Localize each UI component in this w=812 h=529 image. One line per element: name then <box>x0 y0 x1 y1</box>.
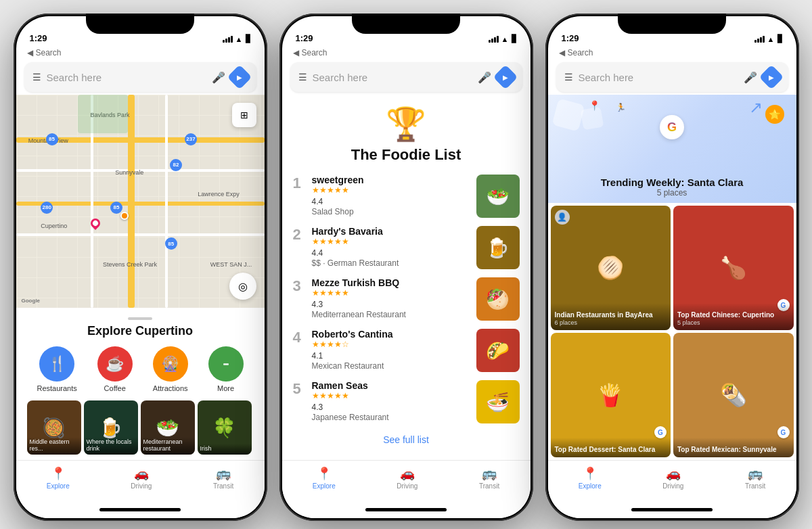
card-indian[interactable]: 🫓 👤 Indian Restaurants in BayArea 6 plac… <box>551 206 671 330</box>
directions-icon[interactable] <box>227 65 252 90</box>
notch <box>86 14 194 34</box>
search-input[interactable]: Search here <box>579 72 738 83</box>
park-area <box>78 95 127 133</box>
search-bar[interactable]: ☰ Search here 🎤 <box>290 62 522 92</box>
restaurants-icon: 🍴 <box>39 346 74 382</box>
search-bar[interactable]: ☰ Search here 🎤 <box>24 62 256 92</box>
food-img-1: 🥗 <box>476 175 520 218</box>
nav-explore[interactable]: 📍 Explore <box>313 466 336 490</box>
map-area[interactable]: Bavlands Park Mountain View Sunnyvale Cu… <box>16 95 265 308</box>
photo-label-2: Where the locals drink <box>84 437 138 455</box>
directions-icon[interactable] <box>493 65 518 90</box>
phone-trending: 1:29 ▲ ▊ ◀ Search ☰ Search here 🎤 <box>545 14 799 521</box>
card-chinese[interactable]: 🍗 G Top Rated Chinese: Cupertino 5 place… <box>673 206 794 330</box>
photo-middle-eastern[interactable]: 🥘 Middle eastern res... <box>27 400 81 455</box>
battery-icon: ▊ <box>246 34 251 43</box>
nav-transit-label: Transit <box>213 482 233 490</box>
transit-nav-icon: 🚌 <box>748 466 763 481</box>
food-img-4: 🌮 <box>476 329 520 372</box>
back-nav[interactable]: ◀ Search <box>548 46 796 60</box>
trending-hero-text: Trending Weekly: Santa Clara 5 places <box>601 177 744 198</box>
category-restaurants[interactable]: 🍴 Restaurants <box>37 346 76 392</box>
photo-label-1: Middle eastern res... <box>27 437 81 455</box>
nav-transit[interactable]: 🚌 Transit <box>479 466 499 490</box>
explore-categories: 🍴 Restaurants ☕ Coffee 🎡 Attractions •••… <box>27 346 254 392</box>
nav-driving[interactable]: 🚗 Driving <box>662 466 683 490</box>
food-info-5: Ramen Seas ★★★★★ 4.3 Japanese Restaurant <box>312 380 471 422</box>
nav-driving[interactable]: 🚗 Driving <box>397 466 418 490</box>
map-background: Bavlands Park Mountain View Sunnyvale Cu… <box>16 95 265 308</box>
photo-mediterranean[interactable]: 🥗 Mediterranean restaurant <box>141 400 195 455</box>
avatar-icon: 👤 <box>555 210 570 225</box>
list-item[interactable]: 1 sweetgreen ★★★★★ 4.4 Salad Shop 🥗 <box>293 175 520 218</box>
search-input[interactable]: Search here <box>313 72 472 83</box>
mic-icon: 🎤 <box>744 71 757 84</box>
category-coffee[interactable]: ☕ Coffee <box>97 346 133 392</box>
search-bar[interactable]: ☰ Search here 🎤 <box>556 62 788 92</box>
back-nav[interactable]: ◀ Search <box>16 46 265 60</box>
search-input[interactable]: Search here <box>47 72 206 83</box>
list-item[interactable]: 3 Mezze Turkish BBQ ★★★★★ 4.3 Mediterran… <box>293 277 520 321</box>
list-title: The Foodie List <box>293 146 520 164</box>
highway-badge: 280 <box>41 202 53 214</box>
trending-hero[interactable]: ↗ ⭐ G 📍 🏃 Trending Weekly: Santa Clara 5… <box>548 95 796 203</box>
nav-explore-label: Explore <box>47 482 70 490</box>
list-item[interactable]: 4 Roberto's Cantina ★★★★☆ 4.1 Mexican Re… <box>293 329 520 372</box>
food-type-1: Salad Shop <box>312 207 471 216</box>
back-arrow-icon: ◀ <box>559 48 565 58</box>
category-attractions[interactable]: 🎡 Attractions <box>153 346 188 392</box>
food-rating-3: 4.3 <box>312 300 323 309</box>
list-header: 🏆 The Foodie List <box>293 106 520 164</box>
food-rating-1: 4.4 <box>312 197 323 206</box>
see-full-list[interactable]: See full list <box>293 434 520 451</box>
bottom-nav: 📍 Explore 🚗 Driving 🚌 Transit <box>16 460 265 501</box>
bottom-nav: 📍 Explore 🚗 Driving 🚌 Transit <box>282 460 531 501</box>
map-road <box>128 95 135 308</box>
wifi-icon: ▲ <box>235 35 243 43</box>
photo-locals-drink[interactable]: 🍺 Where the locals drink <box>84 400 138 455</box>
highway-badge: 85 <box>110 202 122 214</box>
nav-transit[interactable]: 🚌 Transit <box>745 466 765 490</box>
back-nav[interactable]: ◀ Search <box>282 46 531 60</box>
more-icon: ••• <box>208 346 244 382</box>
more-label: More <box>217 384 234 392</box>
card-label-1: Indian Restaurants in BayArea 6 places <box>551 303 671 330</box>
status-icons: ▲ ▊ <box>489 34 517 43</box>
explore-section: Explore Cupertino 🍴 Restaurants ☕ Coffee… <box>16 308 265 460</box>
back-label: Search <box>302 48 328 58</box>
card-dessert[interactable]: 🍟 G Top Rated Dessert: Santa Clara <box>551 333 671 457</box>
food-img-2: 🍺 <box>476 226 520 269</box>
back-label: Search <box>568 48 593 58</box>
driving-nav-icon: 🚗 <box>400 466 415 481</box>
category-more[interactable]: ••• More <box>208 346 244 392</box>
bottom-nav: 📍 Explore 🚗 Driving 🚌 Transit <box>548 460 796 501</box>
nav-driving[interactable]: 🚗 Driving <box>131 466 152 490</box>
list-item[interactable]: 5 Ramen Seas ★★★★★ 4.3 Japanese Restaura… <box>293 380 520 423</box>
nav-explore[interactable]: 📍 Explore <box>47 466 70 490</box>
list-content: 🏆 The Foodie List 1 sweetgreen ★★★★★ 4.4… <box>282 95 531 460</box>
rank-4: 4 <box>293 329 307 346</box>
deco-1 <box>551 99 585 132</box>
drag-handle <box>128 317 152 320</box>
highway-badge: 237 <box>185 133 197 145</box>
list-item[interactable]: 2 Hardy's Bavaria ★★★★★ 4.4 $$ · German … <box>293 226 520 269</box>
nav-driving-label: Driving <box>662 482 683 490</box>
card-mexican[interactable]: 🌯 G Top Rated Mexican: Sunnyvale <box>673 333 794 457</box>
back-arrow-icon: ◀ <box>293 48 299 58</box>
nav-transit[interactable]: 🚌 Transit <box>213 466 233 490</box>
photo-label-3: Mediterranean restaurant <box>141 437 195 455</box>
card-label-4: Top Rated Mexican: Sunnyvale <box>673 438 794 457</box>
nav-explore[interactable]: 📍 Explore <box>579 466 602 490</box>
layers-button[interactable]: ⊞ <box>232 103 256 127</box>
back-label: Search <box>36 48 62 58</box>
photo-irish[interactable]: 🍀 Irish <box>198 400 252 455</box>
menu-icon: ☰ <box>32 72 41 83</box>
food-rating-4: 4.1 <box>312 351 323 361</box>
trending-content: ↗ ⭐ G 📍 🏃 Trending Weekly: Santa Clara 5… <box>548 95 796 460</box>
photo-strip: 🥘 Middle eastern res... 🍺 Where the loca… <box>27 400 254 460</box>
directions-icon[interactable] <box>759 65 784 90</box>
nav-driving-label: Driving <box>397 482 418 490</box>
food-type-5: Japanese Restaurant <box>312 413 471 422</box>
food-info-2: Hardy's Bavaria ★★★★★ 4.4 $$ · German Re… <box>312 226 471 268</box>
location-button[interactable]: ◎ <box>229 273 256 300</box>
